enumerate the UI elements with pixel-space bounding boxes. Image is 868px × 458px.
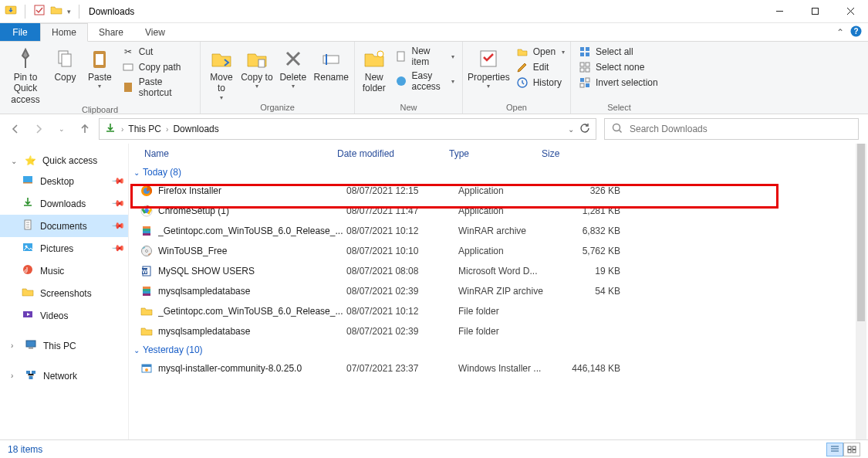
invert-selection-icon [579,76,591,89]
sidebar-this-pc[interactable]: ›This PC [0,334,128,357]
sidebar-item-pictures[interactable]: Pictures📌 [0,237,128,260]
copy-path-button[interactable]: Copy path [119,60,195,74]
file-date: 08/07/2021 10:12 [346,306,458,317]
column-type[interactable]: Type [449,148,542,159]
delete-button[interactable]: Delete▾ [276,43,310,90]
address-dropdown-icon[interactable]: ⌄ [568,125,574,134]
collapse-ribbon-icon[interactable]: ⌃ [836,27,844,38]
svg-rect-43 [29,376,33,379]
up-button[interactable] [79,123,91,135]
sidebar-quick-access[interactable]: ⌄⭐Quick access [0,151,128,170]
file-row[interactable]: mysqlsampledatabase08/07/2021 02:39WinRA… [129,281,868,301]
chevron-down-icon[interactable]: ⌄ [11,157,19,165]
file-row[interactable]: _Getintopc.com_WinToUSB_6.0_Release_...0… [129,301,868,321]
group-yesterday[interactable]: ⌄Yesterday (10) [129,341,868,358]
file-date: 08/07/2021 10:10 [346,246,458,256]
file-list-pane: Name Date modified Type Size ⌄Today (8) … [128,144,868,439]
file-date: 08/07/2021 02:39 [346,286,458,297]
qat-folder-icon[interactable] [50,4,62,19]
svg-rect-30 [586,83,589,87]
file-row[interactable]: WinToUSB_Free08/07/2021 10:10Application… [129,241,868,261]
chevron-right-icon[interactable]: › [11,371,19,380]
file-row[interactable]: _Getintopc.com_WinToUSB_6.0_Release_...0… [129,221,868,241]
history-button[interactable]: History [513,76,568,90]
search-input[interactable] [630,124,852,134]
tab-share[interactable]: Share [88,23,134,41]
window-title: Downloads [89,6,134,17]
svg-rect-60 [143,291,150,293]
network-icon [25,368,37,383]
maximize-button[interactable] [797,0,833,23]
paste-button[interactable]: Paste▾ [84,43,116,90]
qat-checkbox-icon[interactable] [33,4,46,19]
new-item-icon [395,50,407,63]
sidebar-item-videos[interactable]: Videos [0,304,128,327]
edit-button[interactable]: Edit [513,60,568,74]
svg-rect-9 [123,64,133,70]
open-button[interactable]: Open▾ [513,45,568,59]
group-today[interactable]: ⌄Today (8) [129,164,868,181]
invert-selection-button[interactable]: Invert selection [576,76,661,90]
minimize-button[interactable] [762,0,797,23]
sidebar-item-desktop[interactable]: Desktop📌 [0,170,128,192]
pin-to-quick-access-button[interactable]: Pin to Quick access [5,43,46,105]
rename-button[interactable]: Rename [313,43,350,83]
tab-home[interactable]: Home [40,23,88,42]
help-icon[interactable]: ? [850,25,862,39]
select-none-button[interactable]: Select none [576,60,661,74]
videos-icon [22,308,34,323]
file-row[interactable]: mysqlsampledatabase08/07/2021 02:39File … [129,321,868,341]
cut-button[interactable]: ✂Cut [119,45,195,59]
tab-file[interactable]: File [0,23,40,41]
sidebar-network[interactable]: ›Network [0,365,128,387]
scrollbar-thumb[interactable] [857,144,865,321]
close-button[interactable] [833,0,868,23]
tab-view[interactable]: View [134,23,176,41]
file-row[interactable]: WMySQL SHOW USERS08/07/2021 08:08Microso… [129,261,868,281]
chevron-down-icon: ⌄ [133,168,140,177]
svg-rect-40 [29,348,33,349]
forward-button[interactable] [32,123,45,135]
column-date[interactable]: Date modified [337,148,449,159]
copy-to-button[interactable]: Copy to▾ [241,43,273,90]
vertical-scrollbar[interactable] [856,144,866,439]
search-icon [611,122,623,137]
copy-button[interactable]: Copy [49,43,81,83]
column-size[interactable]: Size [542,148,619,159]
chevron-right-icon[interactable]: › [11,341,19,350]
recent-dropdown[interactable]: ⌄ [56,123,68,135]
refresh-button[interactable] [579,122,591,137]
select-all-button[interactable]: Select all [576,45,661,59]
file-icon [140,324,154,338]
svg-rect-21 [580,53,584,56]
large-icons-view-button[interactable] [843,443,860,456]
star-icon: ⭐ [25,155,36,166]
move-to-button[interactable]: Move to▾ [205,43,238,101]
sidebar-item-documents[interactable]: Documents📌 [0,215,128,237]
svg-rect-19 [580,47,584,51]
copy-path-icon [122,61,134,73]
new-item-button[interactable]: New item▾ [392,45,458,68]
paste-shortcut-button[interactable]: Paste shortcut [119,76,195,99]
details-view-button[interactable] [826,443,843,456]
sidebar-item-music[interactable]: Music [0,260,128,282]
sidebar-item-screenshots[interactable]: Screenshots [0,282,128,304]
file-row[interactable]: mysql-installer-community-8.0.25.007/07/… [129,358,868,378]
breadcrumb-current[interactable]: Downloads [173,124,218,134]
sidebar-item-downloads[interactable]: Downloads📌 [0,192,128,215]
column-name[interactable]: Name [144,148,337,159]
main-area: ⌄⭐Quick access Desktop📌 Downloads📌 Docum… [0,144,868,439]
breadcrumb-root[interactable]: This PC [128,124,161,134]
file-date: 08/07/2021 10:12 [346,226,458,236]
svg-rect-64 [848,446,851,450]
address-bar[interactable]: › This PC › Downloads ⌄ [99,118,596,140]
new-folder-button[interactable]: New folder [360,43,389,94]
svg-rect-58 [143,287,150,289]
qat-dropdown-icon[interactable]: ▾ [67,8,71,15]
document-icon [22,219,34,233]
select-group-label: Select [576,103,663,114]
properties-button[interactable]: Properties▾ [468,43,510,90]
search-box[interactable] [604,118,859,140]
easy-access-button[interactable]: Easy access▾ [392,70,458,93]
back-button[interactable] [9,123,22,135]
